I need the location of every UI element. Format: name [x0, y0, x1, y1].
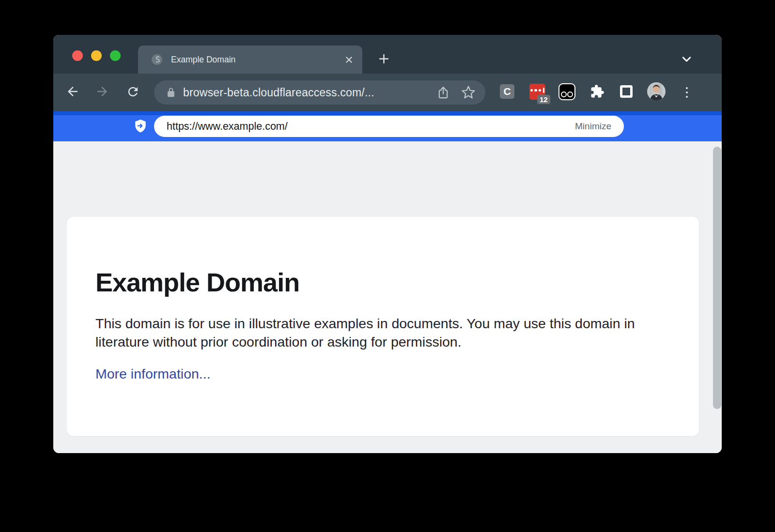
tab-search-chevron-icon[interactable] [680, 52, 693, 65]
extensions-puzzle-icon[interactable] [590, 84, 604, 99]
shield-arrow-icon [134, 120, 147, 133]
lock-icon[interactable] [166, 87, 176, 98]
page-paragraph: This domain is for use in illustrative e… [95, 315, 655, 351]
extension-c-icon[interactable]: C [500, 84, 514, 99]
scrollbar[interactable] [713, 147, 721, 409]
page-viewport: Example Domain This domain is for use in… [53, 141, 722, 453]
side-panel-icon[interactable] [620, 85, 633, 98]
tab-strip: Example Domain [53, 35, 722, 74]
circle-glyph [567, 91, 573, 97]
profile-avatar[interactable] [647, 82, 666, 101]
browser-window: Example Domain [53, 35, 722, 453]
page-title: Example Domain [95, 267, 670, 297]
reload-button[interactable] [125, 84, 140, 99]
share-icon[interactable] [436, 85, 450, 100]
isolation-url-text: https://www.example.com/ [167, 121, 575, 133]
circle-glyph [561, 91, 567, 97]
address-url-text: browser-beta.cloudflareaccess.com/... [183, 86, 425, 99]
fullscreen-window-button[interactable] [110, 50, 121, 61]
tab-example-domain[interactable]: Example Domain [138, 46, 362, 74]
tab-title: Example Domain [171, 55, 343, 65]
tab-favicon-icon [151, 53, 163, 66]
tab-close-icon[interactable] [343, 54, 355, 65]
content-card: Example Domain This domain is for use in… [67, 217, 699, 436]
back-button[interactable] [65, 84, 80, 99]
browser-menu-kebab-icon[interactable] [683, 84, 691, 101]
minimize-window-button[interactable] [91, 50, 102, 61]
extension-two-circles-icon[interactable] [558, 83, 575, 100]
desktop-background: Example Domain [0, 0, 775, 532]
toolbar: browser-beta.cloudflareaccess.com/... [53, 74, 722, 111]
isolation-url-input[interactable]: https://www.example.com/ Minimize [154, 116, 624, 137]
extension-badge: 12 [537, 95, 550, 104]
bookmark-star-icon[interactable] [461, 85, 476, 100]
forward-button[interactable] [95, 84, 109, 99]
isolation-bar: https://www.example.com/ Minimize [53, 111, 722, 141]
new-tab-button[interactable] [377, 52, 390, 65]
address-bar[interactable]: browser-beta.cloudflareaccess.com/... [154, 80, 485, 105]
minimize-button[interactable]: Minimize [575, 121, 611, 132]
extension-lastpass-icon[interactable]: 12 [529, 84, 545, 100]
close-window-button[interactable] [72, 50, 83, 61]
more-information-link[interactable]: More information... [95, 366, 211, 382]
window-controls [72, 50, 121, 61]
lastpass-dots-icon [530, 88, 545, 93]
